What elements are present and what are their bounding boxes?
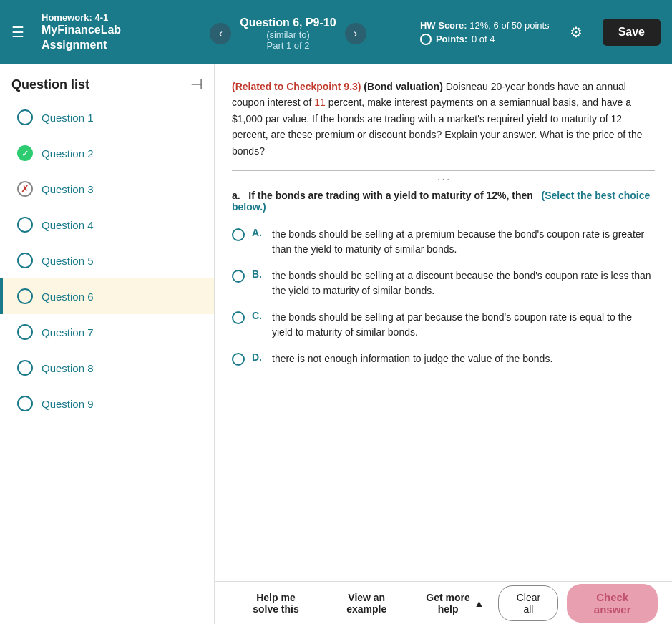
help-solve-button[interactable]: Help me solve this [229,592,323,615]
part-a-text: If the bonds are trading with a yield to… [248,190,533,201]
options-list: A. the bonds should be selling at a prem… [232,221,655,372]
bond-title: (Bond valuation) [364,81,442,92]
get-more-help-label: Get more help [425,592,472,615]
settings-gear-icon[interactable]: ⚙ [570,24,583,41]
option-a-radio[interactable] [232,228,245,241]
part-a-container: a. If the bonds are trading with a yield… [232,190,655,213]
q1-label: Question 1 [42,112,94,124]
sidebar: Question list ⊣ Question 1 ✓ Question 2 … [0,64,215,624]
option-d-letter: D. [252,351,265,363]
get-more-help-button[interactable]: Get more help ▲ [411,592,499,615]
q1-status-icon [17,109,33,125]
save-button[interactable]: Save [603,19,661,46]
sidebar-item-question-6[interactable]: Question 6 [0,278,214,314]
q4-label: Question 4 [42,219,94,231]
points-line: Points: 0 of 4 [420,34,550,45]
header-score-block: HW Score: 12%, 6 of 50 points Points: 0 … [420,20,550,45]
option-b[interactable]: B. the bonds should be selling at a disc… [232,263,655,304]
header-nav: ‹ Question 6, P9-10 (similar to) Part 1 … [167,16,409,51]
q5-label: Question 5 [42,255,94,267]
sidebar-header: Question list ⊣ [0,64,214,99]
sidebar-item-question-4[interactable]: Question 4 [0,207,214,243]
option-a-text: the bonds should be selling at a premium… [272,227,655,257]
header-center: ‹ Question 6, P9-10 (similar to) Part 1 … [167,14,409,51]
q6-label: Question 6 [42,291,94,303]
sidebar-item-question-3[interactable]: ✗ Question 3 [0,171,214,207]
sidebar-title: Question list [11,77,89,92]
get-more-help-arrow: ▲ [474,598,484,609]
q6-status-icon [17,288,33,304]
header-homework-label: Homework: 4-1 [42,12,156,23]
option-b-letter: B. [252,268,265,280]
next-question-button[interactable]: › [345,23,366,44]
q7-status-icon [17,324,33,340]
divider-line [232,170,655,171]
q3-label: Question 3 [42,183,94,195]
q9-label: Question 9 [42,398,94,410]
content-area: (Related to Checkpoint 9.3) (Bond valuat… [215,64,672,624]
q4-status-icon [17,217,33,233]
q8-label: Question 8 [42,362,94,374]
points-circle-icon [420,34,432,45]
option-b-radio[interactable] [232,270,245,283]
sidebar-item-question-8[interactable]: Question 8 [0,350,214,386]
check-answer-button[interactable]: Check answer [567,584,658,623]
sidebar-item-question-2[interactable]: ✓ Question 2 [0,135,214,171]
sidebar-collapse-button[interactable]: ⊣ [190,76,203,93]
highlight-coupon-rate: 11 [314,97,326,108]
divider-dots: · · · [232,174,655,184]
option-a[interactable]: A. the bonds should be selling at a prem… [232,221,655,263]
option-c[interactable]: C. the bonds should be selling at par be… [232,304,655,346]
option-b-text: the bonds should be selling at a discoun… [272,268,655,298]
sidebar-item-question-5[interactable]: Question 5 [0,243,214,278]
sidebar-item-question-7[interactable]: Question 7 [0,314,214,350]
option-d[interactable]: D. there is not enough information to ju… [232,346,655,372]
q3-status-icon: ✗ [17,181,33,197]
part-a-letter: a. [232,190,240,201]
option-a-letter: A. [252,227,265,238]
footer: Help me solve this View an example Get m… [215,581,672,624]
q8-status-icon [17,360,33,376]
q2-status-icon: ✓ [17,145,33,161]
q2-label: Question 2 [42,147,94,160]
view-example-button[interactable]: View an example [323,592,411,615]
q9-status-icon [17,396,33,411]
q5-status-icon [17,253,33,268]
header-title-block: Homework: 4-1 MyFinanceLab Assignment [42,12,156,53]
prev-question-button[interactable]: ‹ [210,23,231,44]
menu-icon[interactable]: ☰ [11,24,24,41]
hw-score: HW Score: 12%, 6 of 50 points [420,20,550,31]
question-label: Question 6, P9-10 [240,16,336,29]
clear-all-button[interactable]: Clear all [498,585,558,621]
question-content: (Related to Checkpoint 9.3) (Bond valuat… [215,64,672,581]
option-d-text: there is not enough information to judge… [272,351,552,366]
option-c-letter: C. [252,310,265,321]
question-part: Part 1 of 2 [240,40,336,51]
option-c-text: the bonds should be selling at par becau… [272,310,655,340]
question-similar: (similar to) [240,29,336,40]
header-app-name: MyFinanceLab Assignment [42,23,156,53]
option-c-radio[interactable] [232,311,245,324]
question-list: Question 1 ✓ Question 2 ✗ Question 3 Que… [0,99,214,421]
sidebar-item-question-9[interactable]: Question 9 [0,386,214,421]
main-layout: Question list ⊣ Question 1 ✓ Question 2 … [0,64,672,624]
option-d-radio[interactable] [232,353,245,366]
q7-label: Question 7 [42,326,94,338]
question-body: (Related to Checkpoint 9.3) (Bond valuat… [232,79,655,159]
header: ☰ Homework: 4-1 MyFinanceLab Assignment … [0,0,672,64]
checkpoint-label: (Related to Checkpoint 9.3) [232,81,361,92]
sidebar-item-question-1[interactable]: Question 1 [0,99,214,135]
